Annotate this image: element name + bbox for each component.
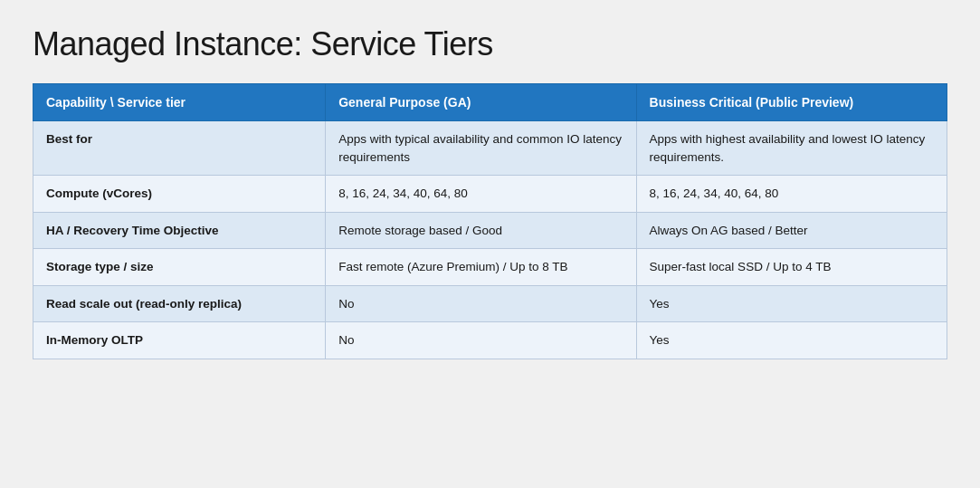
row-1-gp: 8, 16, 24, 34, 40, 64, 80: [326, 176, 636, 213]
page-title: Managed Instance: Service Tiers: [33, 25, 947, 63]
row-0-gp: Apps with typical availability and commo…: [326, 121, 636, 176]
table-row: HA / Recovery Time Objective Remote stor…: [33, 212, 947, 249]
header-general-purpose: General Purpose (GA): [326, 84, 636, 121]
row-4-gp: No: [326, 285, 636, 322]
table-row: In-Memory OLTP No Yes: [33, 322, 947, 359]
header-business-critical: Business Critical (Public Preview): [636, 84, 947, 121]
row-2-gp: Remote storage based / Good: [326, 212, 636, 249]
row-4-capability: Read scale out (read-only replica): [33, 285, 326, 322]
table-row: Compute (vCores) 8, 16, 24, 34, 40, 64, …: [33, 176, 947, 213]
row-1-capability: Compute (vCores): [33, 176, 326, 213]
row-0-bc: Apps with highest availability and lowes…: [636, 121, 947, 176]
row-4-bc: Yes: [636, 285, 947, 322]
table-row: Read scale out (read-only replica) No Ye…: [33, 285, 947, 322]
row-5-bc: Yes: [636, 322, 947, 359]
row-5-gp: No: [326, 322, 636, 359]
page-container: Managed Instance: Service Tiers Capabili…: [0, 0, 980, 488]
table-row: Best for Apps with typical availability …: [33, 121, 947, 176]
row-0-capability: Best for: [33, 121, 326, 176]
row-3-gp: Fast remote (Azure Premium) / Up to 8 TB: [326, 249, 636, 286]
row-5-capability: In-Memory OLTP: [33, 322, 326, 359]
table-header-row: Capability \ Service tier General Purpos…: [33, 84, 947, 121]
row-3-bc: Super-fast local SSD / Up to 4 TB: [636, 249, 947, 286]
table-row: Storage type / size Fast remote (Azure P…: [33, 249, 947, 286]
service-tiers-table: Capability \ Service tier General Purpos…: [33, 83, 947, 359]
row-3-capability: Storage type / size: [33, 249, 326, 286]
row-2-bc: Always On AG based / Better: [636, 212, 947, 249]
row-1-bc: 8, 16, 24, 34, 40, 64, 80: [636, 176, 947, 213]
header-capability: Capability \ Service tier: [33, 84, 326, 121]
row-2-capability: HA / Recovery Time Objective: [33, 212, 326, 249]
